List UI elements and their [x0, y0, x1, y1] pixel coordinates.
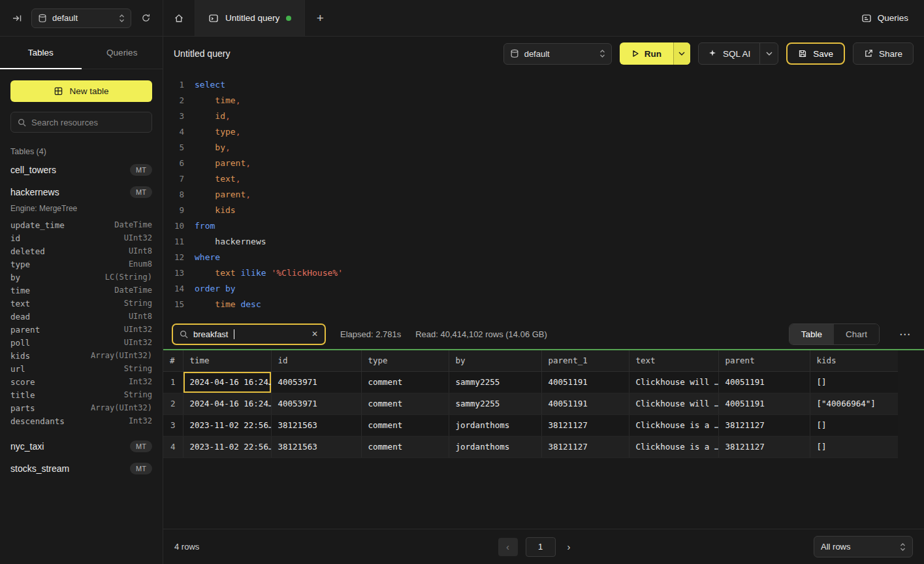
page-size-selector[interactable]: All rows — [814, 536, 913, 557]
column-header-by[interactable]: by — [449, 350, 541, 371]
cell-type[interactable]: comment — [361, 436, 449, 457]
column-row[interactable]: deletedUInt8 — [10, 244, 152, 257]
cell-parent_1[interactable]: 38121127 — [541, 414, 629, 436]
home-tab[interactable] — [163, 0, 195, 36]
column-header-type[interactable]: type — [361, 350, 449, 371]
cell-kids[interactable]: [] — [810, 371, 898, 393]
cell-type[interactable]: comment — [361, 393, 449, 414]
next-page-button[interactable]: › — [564, 541, 575, 552]
cell-parent_1[interactable]: 40051191 — [541, 371, 629, 393]
row-number[interactable]: 4 — [163, 436, 183, 457]
column-header-kids[interactable]: kids — [810, 350, 898, 371]
column-header-id[interactable]: id — [271, 350, 361, 371]
column-row[interactable]: kidsArray(UInt32) — [10, 349, 152, 362]
column-row[interactable]: deadUInt8 — [10, 310, 152, 323]
cell-by[interactable]: sammy2255 — [449, 371, 541, 393]
cell-parent[interactable]: 40051191 — [718, 371, 810, 393]
column-header-parent_1[interactable]: parent_1 — [541, 350, 629, 371]
row-number[interactable]: 2 — [163, 393, 183, 414]
cell-id[interactable]: 38121563 — [271, 414, 361, 436]
refresh-button[interactable] — [136, 9, 155, 27]
column-row[interactable]: byLC(String) — [10, 271, 152, 284]
column-row[interactable]: partsArray(UInt32) — [10, 401, 152, 414]
search-resources-input[interactable] — [31, 118, 145, 127]
sql-ai-button[interactable]: SQL AI — [699, 43, 759, 64]
collapse-sidebar-button[interactable] — [8, 9, 26, 27]
column-row[interactable]: pollUInt32 — [10, 336, 152, 349]
cell-parent[interactable]: 38121127 — [718, 436, 810, 457]
cell-by[interactable]: jordanthoms — [449, 414, 541, 436]
row-number[interactable]: 3 — [163, 414, 183, 436]
new-table-button[interactable]: New table — [10, 80, 152, 102]
cell-time[interactable]: 2023-11-02 22:56… — [183, 436, 271, 457]
cell-by[interactable]: sammy2255 — [449, 393, 541, 414]
row-number[interactable]: 1 — [163, 371, 183, 393]
cell-type[interactable]: comment — [361, 414, 449, 436]
column-row[interactable]: textString — [10, 297, 152, 310]
cell-by[interactable]: jordanthoms — [449, 436, 541, 457]
cell-id[interactable]: 40053971 — [271, 393, 361, 414]
sidebar-search — [10, 112, 152, 133]
sidebar-table-item[interactable]: cell_towersMT — [10, 159, 152, 181]
cell-text[interactable]: Clickhouse will … — [629, 371, 718, 393]
rows-read-stats: Read: 40,414,102 rows (14.06 GB) — [415, 329, 547, 339]
cell-time[interactable]: 2023-11-02 22:56… — [183, 414, 271, 436]
queries-button[interactable]: Queries — [861, 13, 908, 24]
column-header-parent[interactable]: parent — [718, 350, 810, 371]
sidebar-table-item[interactable]: hackernewsMT — [10, 181, 152, 203]
previous-page-button[interactable]: ‹ — [498, 538, 518, 556]
column-name: update_time — [10, 220, 65, 230]
sql-ai-caret[interactable] — [759, 43, 778, 64]
more-options-button[interactable]: ⋯ — [894, 327, 916, 341]
column-row[interactable]: urlString — [10, 362, 152, 375]
cell-text[interactable]: Clickhouse will … — [629, 393, 718, 414]
cell-parent[interactable]: 40051191 — [718, 393, 810, 414]
cell-kids[interactable]: ["40066964"] — [810, 393, 898, 414]
cell-parent_1[interactable]: 40051191 — [541, 393, 629, 414]
sidebar-table-item[interactable]: stocks_streamMT — [10, 457, 152, 480]
database-selector-topbar[interactable]: default — [31, 8, 131, 28]
clear-search-button[interactable]: ✕ — [311, 329, 318, 339]
run-options-caret[interactable] — [673, 42, 690, 65]
column-row[interactable]: update_timeDateTime — [10, 218, 152, 231]
cell-parent_1[interactable]: 38121127 — [541, 436, 629, 457]
column-row[interactable]: timeDateTime — [10, 284, 152, 297]
run-button[interactable]: Run — [620, 42, 673, 65]
results-search-input[interactable]: breakfast ✕ — [172, 323, 326, 345]
cell-text[interactable]: Clickhouse is a … — [629, 414, 718, 436]
cell-id[interactable]: 40053971 — [271, 371, 361, 393]
column-header-time[interactable]: time — [183, 350, 271, 371]
sidebar-tab-tables[interactable]: Tables — [0, 37, 82, 69]
cell-kids[interactable]: [] — [810, 436, 898, 457]
database-selector-header[interactable]: default — [503, 43, 612, 65]
sidebar-tab-queries[interactable]: Queries — [82, 37, 163, 69]
toggle-chart-view[interactable]: Chart — [834, 324, 879, 344]
cell-time[interactable]: 2024-04-16 16:24… — [183, 371, 271, 393]
sidebar-table-item[interactable]: nyc_taxiMT — [10, 435, 152, 457]
new-tab-button[interactable]: + — [305, 0, 335, 36]
line-number: 9 — [168, 203, 184, 218]
column-header-text[interactable]: text — [629, 350, 718, 371]
cell-parent[interactable]: 38121127 — [718, 414, 810, 436]
column-row[interactable]: parentUInt32 — [10, 323, 152, 336]
column-row[interactable]: idUInt32 — [10, 231, 152, 244]
sql-editor[interactable]: 1select2 time,3 id,4 type,5 by,6 parent,… — [163, 71, 924, 319]
column-row[interactable]: typeEnum8 — [10, 257, 152, 271]
column-row[interactable]: titleString — [10, 388, 152, 401]
column-header-rownum[interactable]: # — [163, 350, 183, 371]
cell-time[interactable]: 2024-04-16 16:24… — [183, 393, 271, 414]
topbar: default Untitled query — [0, 0, 924, 37]
cell-text[interactable]: Clickhouse is a … — [629, 436, 718, 457]
current-page-indicator[interactable]: 1 — [526, 537, 556, 557]
column-row[interactable]: scoreInt32 — [10, 375, 152, 388]
cell-type[interactable]: comment — [361, 371, 449, 393]
tab-untitled-query[interactable]: Untitled query — [195, 0, 305, 36]
cell-kids[interactable]: [] — [810, 414, 898, 436]
run-button-label: Run — [645, 49, 661, 59]
column-row[interactable]: descendantsInt32 — [10, 414, 152, 427]
cell-id[interactable]: 38121563 — [271, 436, 361, 457]
toggle-table-view[interactable]: Table — [789, 324, 834, 344]
save-button[interactable]: Save — [786, 42, 845, 65]
new-table-label: New table — [69, 86, 108, 96]
share-button[interactable]: Share — [853, 42, 914, 65]
